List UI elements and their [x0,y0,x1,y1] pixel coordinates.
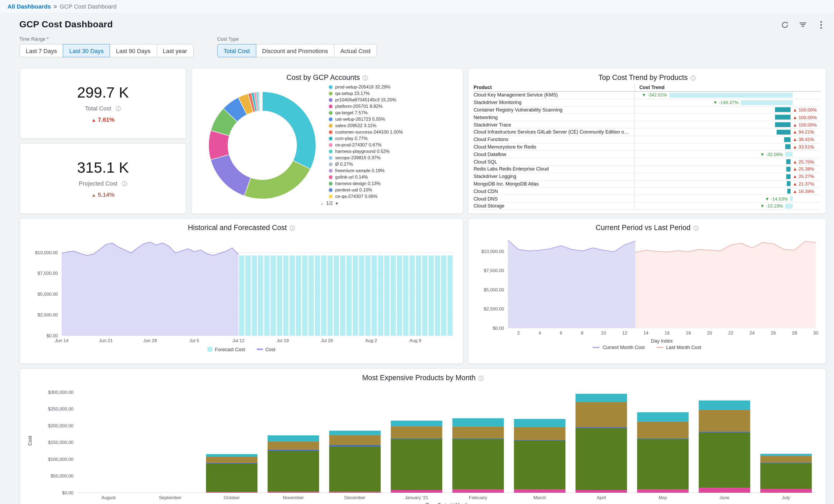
stack-segment-segment-dark-green[interactable] [206,463,258,492]
donut-slice-ce-qa-274307[interactable] [262,91,262,111]
info-icon[interactable]: ⓘ [122,181,127,187]
forecast-bar[interactable] [321,256,326,336]
forecast-bar[interactable] [397,256,402,336]
product-cell[interactable]: Cloud DNS [474,196,635,201]
stack-segment-segment-gold[interactable] [329,435,381,445]
donut-slice-qa-setup[interactable] [244,160,310,199]
stack-segment-segment-gold[interactable] [268,441,319,450]
forecast-bar[interactable] [290,256,295,336]
stack-segment-segment-magenta[interactable] [268,492,319,493]
forecast-bar[interactable] [447,256,453,336]
donut-legend-item[interactable]: pentest-uat 0.10% [329,187,442,193]
legend-item-forecast-cost[interactable]: Forecast Cost [207,347,245,352]
monthly-products-chart[interactable]: $0.00$50,000.00$100,000.00$150,000.00$20… [24,384,820,504]
donut-legend-item[interactable]: harness-design 0.13% [329,181,442,186]
info-icon[interactable]: ⓘ [363,75,368,81]
donut-legend-item[interactable]: Ø 0.27% [329,161,442,167]
forecast-bar[interactable] [416,256,421,336]
forecast-bar[interactable] [435,256,440,336]
product-cell[interactable]: Container Registry Vulnerability Scannin… [474,107,635,113]
stack-segment-segment-blue[interactable] [329,445,381,446]
stack-segment-segment-teal[interactable] [699,400,750,410]
donut-legend-item[interactable]: ccm-play 0.77% [329,136,442,141]
forecast-bar[interactable] [391,256,396,336]
stack-segment-segment-gold[interactable] [453,426,504,438]
donut-legend-item[interactable]: sales-209522 3.11% [329,123,442,128]
stack-segment-segment-teal[interactable] [575,394,627,402]
forecast-bar[interactable] [384,256,390,336]
forecast-bar[interactable] [277,256,282,336]
donut-legend-item[interactable]: platform-205701 8.82% [329,104,442,109]
stack-segment-segment-magenta[interactable] [514,489,566,493]
stack-segment-segment-teal[interactable] [206,454,258,457]
product-cell[interactable]: Stackdriver Monitoring [474,100,635,105]
donut-legend-item[interactable]: harness-playground 0.52% [329,149,442,154]
stack-segment-segment-magenta[interactable] [329,492,381,493]
kebab-menu-icon[interactable] [817,20,826,29]
forecast-bar[interactable] [308,256,314,336]
forecast-bar[interactable] [239,256,244,336]
cost-area[interactable] [62,242,238,336]
product-cell[interactable]: Redis Labs Redis Enterprise Cloud [474,167,635,172]
product-cell[interactable]: Cloud Storage [474,203,635,209]
stack-segment-segment-teal[interactable] [637,412,689,422]
cost-type-option-total-cost[interactable]: Total Cost [217,44,256,57]
forecast-bar[interactable] [315,256,320,336]
donut-legend-item[interactable]: pr10406a87045145c3 15.20% [329,97,442,103]
stack-segment-segment-gold[interactable] [699,410,750,432]
stack-segment-segment-dark-green[interactable] [329,446,381,492]
stack-segment-segment-blue[interactable] [760,462,812,463]
refresh-icon[interactable] [781,20,789,29]
forecast-bar[interactable] [403,256,409,336]
stack-segment-segment-magenta[interactable] [637,489,689,493]
stack-segment-segment-dark-green[interactable] [637,439,689,489]
time-range-option-last-year[interactable]: Last year [156,44,194,57]
legend-page-up-icon[interactable]: ▲ [320,202,324,205]
forecast-bar[interactable] [353,256,358,336]
forecast-bar[interactable] [410,256,415,336]
stack-segment-segment-teal[interactable] [268,435,319,441]
donut-legend-item[interactable]: freemium-sample 0.19% [329,168,442,173]
product-cell[interactable]: Cloud Dataflow [474,152,635,157]
forecast-bar[interactable] [327,256,333,336]
donut-legend-item[interactable]: ce-qa-274307 0.06% [329,194,442,199]
filter-icon[interactable] [798,20,807,29]
stack-segment-segment-magenta[interactable] [699,488,750,493]
stack-segment-segment-dark-green[interactable] [391,439,442,490]
stack-segment-segment-blue[interactable] [575,427,627,428]
forecast-bar[interactable] [283,256,288,336]
stack-segment-segment-teal[interactable] [391,421,442,426]
info-icon[interactable]: ⓘ [478,375,484,381]
stack-segment-segment-dark-green[interactable] [575,428,627,490]
stack-segment-segment-magenta[interactable] [453,489,504,493]
donut-legend-item[interactable]: prod-setup-205416 32.29% [329,84,442,90]
time-range-option-last-7-days[interactable]: Last 7 Days [19,44,63,57]
forecast-bar[interactable] [296,256,301,336]
forecast-bar[interactable] [340,256,345,336]
stack-segment-segment-gold[interactable] [514,427,566,440]
stack-segment-segment-gold[interactable] [637,422,689,439]
info-icon[interactable]: ⓘ [115,106,121,111]
donut-legend-item[interactable]: qa-target 7.57% [329,110,442,115]
historical-forecast-chart[interactable]: $0.00$2,500.00$5,000.00$7,500.00$10,000.… [24,233,456,344]
current-month-cost-area[interactable] [508,240,635,328]
product-cell[interactable]: Cloud Infrastructure Services GitLab Ser… [474,130,635,135]
forecast-bar[interactable] [378,256,383,336]
donut-legend-item[interactable]: qa-setup 23.17% [329,91,442,96]
stack-segment-segment-dark-green[interactable] [514,441,566,489]
forecast-bar[interactable] [245,256,251,336]
stack-segment-segment-gold[interactable] [575,402,627,427]
stack-segment-segment-dark-green[interactable] [453,439,504,489]
product-cell[interactable]: MongoDB Inc. MongoDB Atlas [474,181,635,187]
stack-segment-segment-magenta[interactable] [760,489,812,493]
stack-segment-segment-dark-green[interactable] [760,463,812,489]
forecast-bar[interactable] [258,256,263,336]
product-cell[interactable]: Cloud CDN [474,189,635,194]
stack-segment-segment-gold[interactable] [206,457,258,463]
breadcrumb-link-all-dashboards[interactable]: All Dashboards [7,3,51,10]
forecast-bar[interactable] [422,256,427,336]
time-range-option-last-90-days[interactable]: Last 90 Days [110,44,157,57]
stack-segment-segment-magenta[interactable] [206,492,258,493]
donut-slice-prod-setup-205416[interactable] [262,91,316,169]
stack-segment-segment-blue[interactable] [391,438,442,439]
